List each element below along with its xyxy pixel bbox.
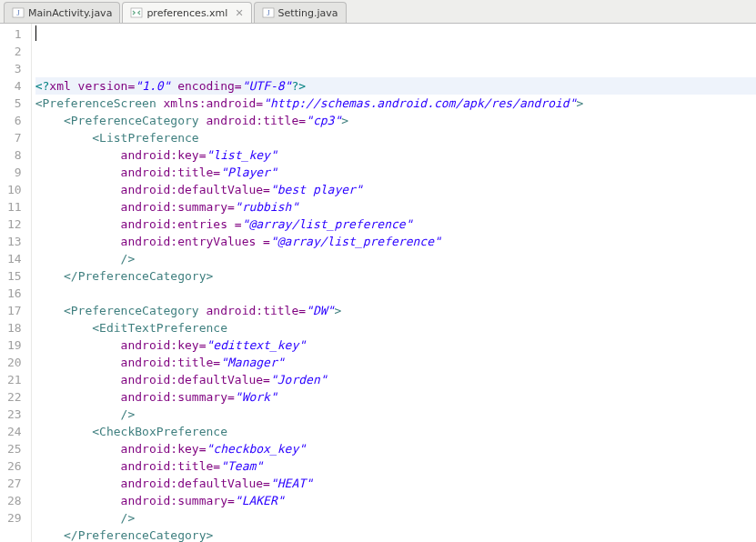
code-line[interactable]: android:title="Manager" xyxy=(35,354,756,371)
line-number: 13 xyxy=(7,233,22,250)
code-token xyxy=(35,511,121,525)
editor-tab-mainactivity-java[interactable]: JMainActivity.java xyxy=(4,2,120,23)
code-line[interactable]: </PreferenceCategory> xyxy=(35,527,756,542)
code-line[interactable]: /> xyxy=(35,406,756,423)
code-token: android:key= xyxy=(121,338,207,352)
code-token xyxy=(35,459,121,473)
editor-tab-preferences-xml[interactable]: preferences.xml✕ xyxy=(122,2,251,23)
code-token: <? xyxy=(35,79,50,93)
code-line[interactable]: android:title="Team" xyxy=(35,457,756,475)
code-token xyxy=(35,407,121,421)
line-number: 15 xyxy=(7,267,22,285)
line-number: 6 xyxy=(7,112,22,129)
code-token: android:entries = xyxy=(121,217,242,231)
code-editor[interactable]: 1234567891011121314151617181920212223242… xyxy=(0,24,756,542)
code-token: EditTextPreference xyxy=(99,321,227,335)
code-token: android:summary= xyxy=(121,200,235,214)
code-token: "HEAT" xyxy=(270,477,313,490)
code-token: "Team" xyxy=(220,459,263,473)
code-token xyxy=(199,114,207,127)
code-token xyxy=(156,96,164,110)
code-token: android:title= xyxy=(121,356,221,369)
code-line[interactable] xyxy=(35,285,756,302)
code-token xyxy=(35,200,121,214)
code-token xyxy=(35,304,64,317)
line-number: 21 xyxy=(7,371,22,388)
code-line[interactable]: android:title="Player" xyxy=(35,164,756,181)
code-line[interactable]: <?xml version="1.0" encoding="UTF-8"?> xyxy=(35,77,756,95)
tab-label: MainActivity.java xyxy=(28,7,112,19)
line-number: 8 xyxy=(7,146,22,164)
code-token: android:title= xyxy=(121,459,221,473)
code-token xyxy=(35,494,121,507)
code-token: android:entryValues = xyxy=(121,235,270,248)
code-token xyxy=(35,217,121,231)
code-token: "rubbish" xyxy=(235,200,298,214)
svg-rect-2 xyxy=(131,8,142,17)
line-number: 1 xyxy=(7,25,22,43)
code-token: PreferenceCategory xyxy=(71,114,199,127)
line-number: 3 xyxy=(7,60,22,77)
code-token xyxy=(35,373,121,386)
code-line[interactable]: android:entryValues ="@array/list_prefer… xyxy=(35,233,756,250)
code-token: /> xyxy=(121,407,136,421)
code-line[interactable]: <PreferenceCategory android:title="DW"> xyxy=(35,302,756,319)
code-line[interactable]: <EditTextPreference xyxy=(35,319,756,336)
line-number: 9 xyxy=(7,164,22,181)
tab-label: Setting.java xyxy=(278,7,338,19)
code-line[interactable]: android:defaultValue="best player" xyxy=(35,181,756,198)
code-line[interactable]: android:defaultValue="Jorden" xyxy=(35,371,756,388)
line-number: 23 xyxy=(7,406,22,423)
code-token: "LAKER" xyxy=(235,494,285,507)
code-token: /> xyxy=(121,252,136,266)
code-token: ?> xyxy=(291,79,306,93)
code-token: "checkbox_key" xyxy=(207,442,307,456)
code-token: > xyxy=(207,528,214,542)
code-token: android:summary= xyxy=(121,494,235,507)
editor-tab-setting-java[interactable]: JSetting.java xyxy=(254,2,347,23)
code-line[interactable]: android:key="checkbox_key" xyxy=(35,440,756,457)
code-line[interactable]: android:key="list_key" xyxy=(35,146,756,164)
code-line[interactable]: android:key="edittext_key" xyxy=(35,336,756,354)
code-line[interactable]: /> xyxy=(35,509,756,527)
code-line[interactable]: <ListPreference xyxy=(35,129,756,146)
editor-tab-bar: JMainActivity.javapreferences.xml✕JSetti… xyxy=(0,0,756,24)
code-line[interactable]: <PreferenceCategory android:title="cp3"> xyxy=(35,112,756,129)
text-cursor xyxy=(35,25,36,41)
code-line[interactable]: android:summary="rubbish" xyxy=(35,198,756,216)
code-line[interactable]: </PreferenceCategory> xyxy=(35,267,756,285)
code-line[interactable]: <PreferenceScreen xmlns:android="http://… xyxy=(35,95,756,112)
code-line[interactable]: /> xyxy=(35,250,756,267)
code-token: "1.0" xyxy=(135,79,170,93)
code-token xyxy=(35,183,121,196)
code-line[interactable]: android:summary="LAKER" xyxy=(35,492,756,509)
svg-text:J: J xyxy=(16,9,19,17)
close-icon[interactable]: ✕ xyxy=(235,7,243,19)
code-token: "Manager" xyxy=(220,356,284,369)
code-token: android:title= xyxy=(207,114,307,127)
line-number: 20 xyxy=(7,354,22,371)
code-token xyxy=(35,356,121,369)
line-number: 16 xyxy=(7,285,22,302)
code-token: "http://schemas.android.com/apk/res/andr… xyxy=(263,96,576,110)
code-area[interactable]: <?xml version="1.0" encoding="UTF-8"?><P… xyxy=(32,24,756,542)
code-line[interactable]: android:defaultValue="HEAT" xyxy=(35,475,756,492)
code-line[interactable]: android:entries ="@array/list_preference… xyxy=(35,216,756,233)
code-token xyxy=(35,425,93,438)
code-token: > xyxy=(207,269,214,283)
code-line[interactable]: android:summary="Work" xyxy=(35,388,756,406)
code-token xyxy=(35,321,93,335)
code-token: android:defaultValue= xyxy=(121,183,270,196)
code-token xyxy=(35,269,64,283)
code-token xyxy=(199,304,207,317)
code-line[interactable]: <CheckBoxPreference xyxy=(35,423,756,440)
line-number: 4 xyxy=(7,77,22,95)
code-token: xml version= xyxy=(49,79,135,93)
code-token: android:summary= xyxy=(121,390,235,404)
code-token: xmlns:android= xyxy=(164,96,264,110)
line-number: 22 xyxy=(7,388,22,406)
line-number: 19 xyxy=(7,336,22,354)
code-token xyxy=(35,235,121,248)
code-token: </ xyxy=(64,528,78,542)
code-token xyxy=(35,252,121,266)
